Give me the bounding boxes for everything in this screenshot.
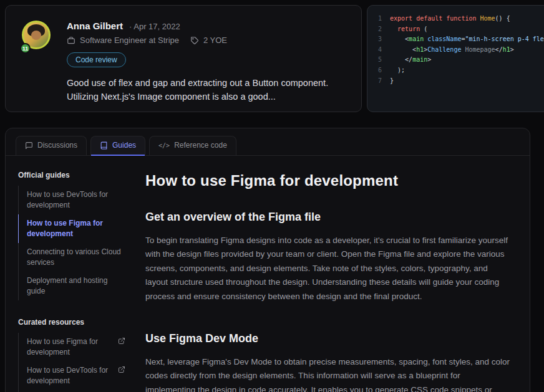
code-token xyxy=(390,26,397,32)
author-name[interactable]: Anna Gilbert xyxy=(67,21,123,31)
code-token: </ xyxy=(495,46,503,53)
name-row: Anna Gilbert · Apr 17, 2022 xyxy=(67,21,345,31)
code-token: className xyxy=(427,36,461,42)
code-preview-panel: 1export default function Home() { 2 retu… xyxy=(367,5,544,112)
line-number: 3 xyxy=(374,34,382,45)
discussion-icon xyxy=(25,141,33,150)
line-number: 7 xyxy=(374,76,382,87)
curated-resources-list: How to use Figma for development How to … xyxy=(18,333,128,392)
code-token: > xyxy=(427,56,431,63)
tab-reference-code[interactable]: </> Reference code xyxy=(149,136,236,155)
code-token: Homepage xyxy=(461,46,495,53)
sidebar-item-figma-guide[interactable]: How to use Figma for development xyxy=(18,214,128,243)
tab-discussions[interactable]: Discussions xyxy=(16,136,87,155)
review-date: · Apr 17, 2022 xyxy=(129,22,180,31)
code-icon: </> xyxy=(158,142,170,149)
line-number: 4 xyxy=(374,45,382,55)
tag-icon xyxy=(190,36,199,45)
guides-sidebar: Official guides How to use DevTools for … xyxy=(6,156,134,392)
meta-row: Software Engineer at Stripe 2 YOE xyxy=(67,36,345,45)
external-link-icon xyxy=(118,337,125,345)
code-token: Home xyxy=(480,15,495,22)
code-token: Challenge xyxy=(427,46,461,53)
code-token: main xyxy=(409,36,424,42)
code-token: ( xyxy=(420,26,427,32)
external-link-icon xyxy=(118,366,125,373)
guide-article: How to use Figma for development Get an … xyxy=(134,156,530,392)
experience-label: 2 YOE xyxy=(203,36,227,45)
book-icon xyxy=(100,141,108,150)
curated-link-figma[interactable]: How to use Figma for development xyxy=(18,333,128,361)
code-token: > xyxy=(510,46,514,53)
code-token: < xyxy=(390,46,416,53)
official-guides-list: How to use DevTools for development How … xyxy=(18,186,128,300)
curated-link-label: How to use Figma for development xyxy=(27,337,113,358)
tab-label: Guides xyxy=(112,141,136,150)
article-title: How to use Figma for development xyxy=(145,172,511,189)
code-line: 7} xyxy=(374,76,544,87)
avatar-wrap: 11 xyxy=(22,21,54,53)
code-line: 4 <h1>Challenge Homepage</h1> xyxy=(374,45,544,55)
code-token: ); xyxy=(390,67,405,74)
top-row: 11 Anna Gilbert · Apr 17, 2022 Software … xyxy=(0,0,544,112)
review-card: 11 Anna Gilbert · Apr 17, 2022 Software … xyxy=(5,5,362,112)
curated-resources-title: Curated resources xyxy=(18,318,128,327)
role-label: Software Engineer at Stripe xyxy=(80,36,179,45)
line-number: 6 xyxy=(374,65,382,76)
tab-guides[interactable]: Guides xyxy=(90,136,145,155)
role-meta: Software Engineer at Stripe xyxy=(67,36,179,45)
curated-link-devtools[interactable]: How to use DevTools for development xyxy=(18,361,128,390)
code-line: 2 return ( xyxy=(374,24,544,35)
section-body: Next, leverage Figma's Dev Mode to obtai… xyxy=(145,355,511,392)
code-token: h1 xyxy=(416,46,424,53)
code-review-badge: Code review xyxy=(67,52,126,67)
review-comment: Good use of flex and gap and extracting … xyxy=(67,77,344,104)
experience-meta: 2 YOE xyxy=(190,36,227,45)
guides-panel: Discussions Guides </> Reference code Of… xyxy=(5,128,530,392)
curated-link-label: How to use DevTools for development xyxy=(27,365,113,386)
avatar-level-badge: 11 xyxy=(20,43,31,54)
code-token: () { xyxy=(495,15,510,22)
code-token: main xyxy=(412,56,427,63)
sidebar-item-deployment-guide[interactable]: Deployment and hosting guide xyxy=(18,272,128,300)
code-token: } xyxy=(390,77,394,84)
code-line: 3 <main className="min-h-screen p-4 flex… xyxy=(374,34,544,45)
code-line: 5 </main> xyxy=(374,55,544,65)
line-number: 1 xyxy=(374,14,382,24)
code-token: </ xyxy=(390,56,412,63)
code-token: h1 xyxy=(503,46,510,53)
line-number: 5 xyxy=(374,55,382,65)
code-token: < xyxy=(390,36,409,42)
review-main: Anna Gilbert · Apr 17, 2022 Software Eng… xyxy=(67,21,345,97)
line-number: 2 xyxy=(374,24,382,35)
tab-label: Discussions xyxy=(37,141,77,150)
code-line: 6 ); xyxy=(374,65,544,76)
sidebar-item-cloud-guide[interactable]: Connecting to various Cloud services xyxy=(18,243,128,272)
article-section: Use Figma Dev Mode Next, leverage Figma'… xyxy=(145,332,511,392)
briefcase-icon xyxy=(67,36,75,45)
code-token: "min-h-screen p-4 flex" xyxy=(465,36,544,42)
section-body: To begin translating Figma designs into … xyxy=(145,234,511,304)
section-heading: Use Figma Dev Mode xyxy=(145,332,511,345)
sidebar-item-devtools-guide[interactable]: How to use DevTools for development xyxy=(18,186,128,214)
code-line: 1export default function Home() { xyxy=(374,14,544,24)
article-section: Get an overview of the Figma file To beg… xyxy=(145,211,511,304)
code-token: return xyxy=(397,26,420,32)
section-heading: Get an overview of the Figma file xyxy=(145,211,511,224)
tab-label: Reference code xyxy=(174,141,227,150)
official-guides-title: Official guides xyxy=(18,171,128,179)
panel-body: Official guides How to use DevTools for … xyxy=(6,156,530,392)
tab-bar: Discussions Guides </> Reference code xyxy=(6,128,530,156)
code-token: export default function xyxy=(390,15,480,22)
